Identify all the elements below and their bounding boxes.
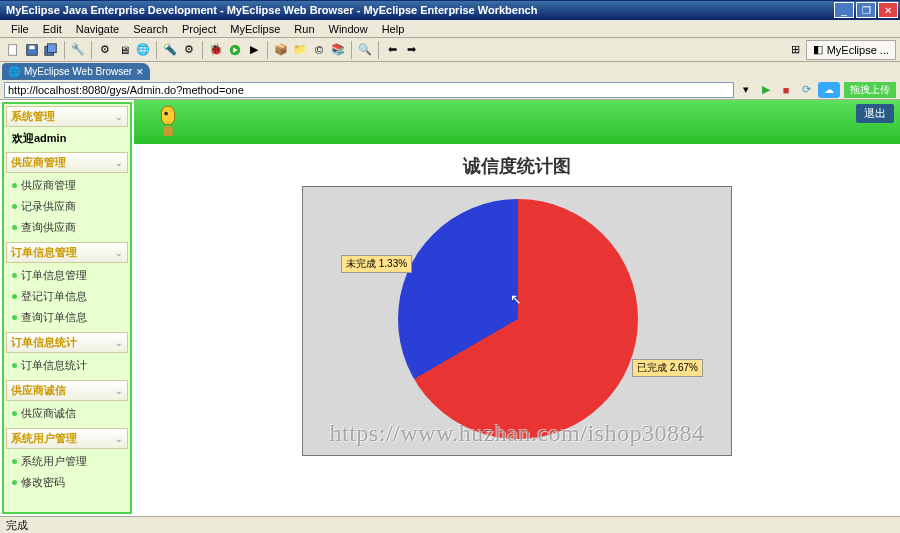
status-bar: 完成 [0, 516, 900, 533]
sidebar: 系统管理⌄ 欢迎admin 供应商管理⌄ 供应商管理 记录供应商 查询供应商 订… [2, 102, 132, 514]
chevron-icon: ⌄ [115, 434, 123, 444]
sidebar-item-order-record[interactable]: 登记订单信息 [6, 286, 128, 307]
svg-rect-4 [48, 43, 57, 52]
svg-rect-9 [163, 127, 172, 136]
sidebar-group-supplier[interactable]: 供应商管理⌄ [6, 152, 128, 173]
save-all-icon[interactable] [42, 41, 60, 59]
chevron-icon: ⌄ [115, 338, 123, 348]
menu-navigate[interactable]: Navigate [69, 22, 126, 36]
go-icon[interactable]: ▶ [758, 82, 774, 98]
folder-icon[interactable]: 📁 [291, 41, 309, 59]
window-title: MyEclipse Java Enterprise Development - … [2, 4, 832, 16]
tool-icon[interactable]: 🔧 [69, 41, 87, 59]
sidebar-group-order[interactable]: 订单信息管理⌄ [6, 242, 128, 263]
welcome-text: 欢迎admin [6, 127, 128, 150]
slice-label-complete: 已完成 2.67% [632, 359, 703, 377]
slice-label-incomplete: 未完成 1.33% [341, 255, 412, 273]
sidebar-item-order-mgmt[interactable]: 订单信息管理 [6, 265, 128, 286]
sidebar-item-order-stat[interactable]: 订单信息统计 [6, 355, 128, 376]
search2-icon[interactable]: 🔍 [356, 41, 374, 59]
chevron-icon: ⌄ [115, 386, 123, 396]
tab-browser[interactable]: 🌐 MyEclipse Web Browser ✕ [2, 63, 150, 80]
sidebar-item-change-pwd[interactable]: 修改密码 [6, 472, 128, 493]
globe-icon: 🌐 [8, 66, 20, 77]
menu-run[interactable]: Run [287, 22, 321, 36]
dropdown-icon[interactable]: ▾ [738, 82, 754, 98]
server-icon[interactable]: 🖥 [115, 41, 133, 59]
menu-help[interactable]: Help [375, 22, 412, 36]
menu-myeclipse[interactable]: MyEclipse [223, 22, 287, 36]
class-icon[interactable]: © [310, 41, 328, 59]
exit-button[interactable]: 退出 [856, 104, 894, 123]
menu-search[interactable]: Search [126, 22, 175, 36]
upload-button[interactable]: 拖拽上传 [844, 82, 896, 98]
menu-project[interactable]: Project [175, 22, 223, 36]
sidebar-item-credibility[interactable]: 供应商诚信 [6, 403, 128, 424]
new-icon[interactable] [4, 41, 22, 59]
open-perspective-icon[interactable]: ⊞ [787, 41, 805, 59]
svg-rect-2 [29, 45, 34, 49]
menu-window[interactable]: Window [322, 22, 375, 36]
pie-graphic [398, 199, 638, 439]
status-text: 完成 [6, 518, 28, 533]
url-input[interactable] [4, 82, 734, 98]
address-bar: ▾ ▶ ■ ⟳ ☁ 拖拽上传 [0, 80, 900, 100]
sidebar-group-system[interactable]: 系统管理⌄ [6, 106, 128, 127]
save-icon[interactable] [23, 41, 41, 59]
chevron-icon: ⌄ [115, 158, 123, 168]
stop-icon[interactable]: ■ [778, 82, 794, 98]
refresh-icon[interactable]: ⟳ [798, 82, 814, 98]
sidebar-item-supplier-query[interactable]: 查询供应商 [6, 217, 128, 238]
mascot-icon [154, 102, 182, 140]
tab-close-icon[interactable]: ✕ [136, 67, 144, 77]
sidebar-item-supplier-record[interactable]: 记录供应商 [6, 196, 128, 217]
main-page: 退出 诚信度统计图 未完成 1.33% 已完成 2.67% ↖ https://… [134, 100, 900, 516]
sidebar-group-credibility[interactable]: 供应商诚信⌄ [6, 380, 128, 401]
chevron-icon: ⌄ [115, 112, 123, 122]
fwd-icon[interactable]: ➡ [402, 41, 420, 59]
chart-title: 诚信度统计图 [134, 154, 900, 178]
sidebar-group-order-stat[interactable]: 订单信息统计⌄ [6, 332, 128, 353]
svg-rect-0 [9, 44, 17, 55]
svg-point-8 [164, 112, 168, 116]
minimize-button[interactable]: _ [834, 2, 854, 18]
maximize-button[interactable]: ❐ [856, 2, 876, 18]
torch-icon[interactable]: 🔦 [161, 41, 179, 59]
sidebar-item-order-query[interactable]: 查询订单信息 [6, 307, 128, 328]
deploy-icon[interactable]: ⚙ [96, 41, 114, 59]
perspective-button[interactable]: ◧ MyEclipse ... [806, 40, 896, 60]
menu-edit[interactable]: Edit [36, 22, 69, 36]
toolbar: 🔧 ⚙ 🖥 🌐 🔦 ⚙ 🐞 ▶ 📦 📁 © 📚 🔍 ⬅ ➡ ⊞ ◧ MyEcli… [0, 38, 900, 62]
page-banner: 退出 [134, 100, 900, 144]
extrun-icon[interactable]: ▶ [245, 41, 263, 59]
svg-rect-7 [161, 106, 174, 125]
cloud-icon[interactable]: ☁ [818, 82, 840, 98]
debug-icon[interactable]: 🐞 [207, 41, 225, 59]
lib-icon[interactable]: 📚 [329, 41, 347, 59]
pie-chart: 未完成 1.33% 已完成 2.67% ↖ [302, 186, 732, 456]
run-icon[interactable] [226, 41, 244, 59]
package-icon[interactable]: 📦 [272, 41, 290, 59]
window-titlebar: MyEclipse Java Enterprise Development - … [0, 0, 900, 20]
sidebar-item-user-mgmt[interactable]: 系统用户管理 [6, 451, 128, 472]
gear-icon[interactable]: ⚙ [180, 41, 198, 59]
back-icon[interactable]: ⬅ [383, 41, 401, 59]
sidebar-item-supplier-mgmt[interactable]: 供应商管理 [6, 175, 128, 196]
myeclipse-icon: ◧ [813, 43, 823, 56]
menu-file[interactable]: File [4, 22, 36, 36]
menu-bar: File Edit Navigate Search Project MyEcli… [0, 20, 900, 38]
content-area: 系统管理⌄ 欢迎admin 供应商管理⌄ 供应商管理 记录供应商 查询供应商 订… [0, 100, 900, 516]
close-button[interactable]: ✕ [878, 2, 898, 18]
browser-icon[interactable]: 🌐 [134, 41, 152, 59]
editor-tabstrip: 🌐 MyEclipse Web Browser ✕ [0, 62, 900, 80]
chevron-icon: ⌄ [115, 248, 123, 258]
sidebar-group-user[interactable]: 系统用户管理⌄ [6, 428, 128, 449]
